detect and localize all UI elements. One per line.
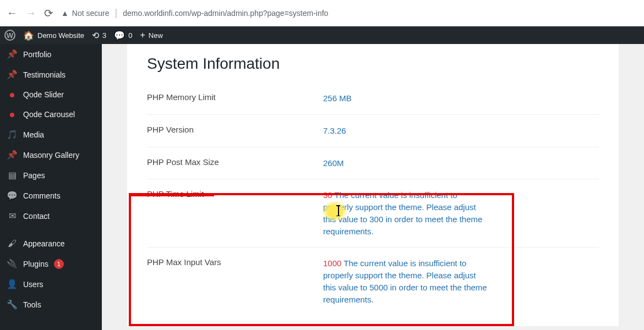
info-value: 7.3.26	[323, 125, 599, 137]
dot-icon	[7, 109, 18, 119]
plus-icon: +	[140, 30, 145, 40]
sidebar-item-label: Testimonials	[23, 70, 66, 79]
new-label: New	[149, 31, 163, 40]
browser-toolbar: ← → ⟳ ▲ Not secure | demo.worldinfi.com/…	[0, 0, 644, 26]
sidebar-item-label: Comments	[23, 191, 61, 200]
comment-icon: 💬	[114, 30, 125, 41]
info-value: 1000 The current value is insufficient t…	[323, 257, 488, 305]
sidebar-item-testimonials[interactable]: 📌Testimonials	[0, 64, 102, 85]
text-cursor-icon	[338, 206, 339, 216]
home-icon: 🏠	[23, 30, 34, 41]
warn-text: The current value is insufficient to pro…	[323, 190, 482, 235]
media-icon: 🎵	[7, 129, 18, 140]
sidebar-item-qode-carousel[interactable]: Qode Carousel	[0, 105, 102, 124]
row-php-memory: PHP Memory Limit 256 MB	[147, 82, 599, 114]
sidebar-item-tools[interactable]: 🔧Tools	[0, 294, 102, 315]
sidebar-item-label: Masonry Gallery	[23, 151, 79, 160]
info-value: 30 The current value is insufficient to …	[323, 189, 488, 237]
info-label: PHP Time Limit	[147, 189, 323, 237]
sidebar-item-qode-slider[interactable]: Qode Slider	[0, 85, 102, 105]
warn-number: 1000	[323, 258, 341, 268]
updates-count: 3	[102, 31, 106, 40]
info-label: PHP Version	[147, 125, 323, 137]
info-label: PHP Max Input Vars	[147, 257, 323, 305]
info-value: 260M	[323, 157, 599, 169]
divider: |	[115, 7, 118, 19]
info-value: 256 MB	[323, 92, 599, 105]
site-link[interactable]: 🏠Demo Website	[23, 30, 84, 41]
plug-icon: 🔌	[7, 258, 18, 269]
row-php-timelimit: PHP Time Limit 30 The current value is i…	[147, 179, 599, 247]
new-link[interactable]: +New	[140, 30, 162, 40]
security-indicator: ▲ Not secure	[61, 9, 110, 18]
system-info-panel: System Information PHP Memory Limit 256 …	[127, 44, 619, 326]
sidebar-item-label: Appearance	[23, 239, 65, 248]
forward-button[interactable]: →	[25, 7, 36, 19]
sidebar-item-label: Media	[23, 130, 44, 139]
comments-count: 0	[128, 31, 132, 40]
sidebar-item-media[interactable]: 🎵Media	[0, 124, 102, 145]
sidebar-item-portfolio[interactable]: 📌Portfolio	[0, 44, 102, 64]
comment-icon: 💬	[7, 190, 18, 201]
user-icon: 👤	[7, 279, 18, 289]
sidebar-item-label: Plugins	[23, 260, 48, 268]
plugins-badge: 1	[54, 259, 64, 269]
page-icon: ▤	[7, 170, 18, 180]
sidebar-item-label: Tools	[23, 300, 41, 309]
site-name: Demo Website	[37, 31, 84, 40]
comments-link[interactable]: 💬0	[114, 30, 132, 41]
sidebar-item-label: Qode Carousel	[23, 110, 75, 119]
admin-sidebar: 📌Portfolio 📌Testimonials Qode Slider Qod…	[0, 44, 102, 330]
sidebar-item-label: Portfolio	[23, 50, 51, 59]
row-php-version: PHP Version 7.3.26	[147, 114, 599, 147]
info-label: PHP Post Max Size	[147, 157, 323, 169]
pin-icon: 📌	[7, 150, 18, 160]
content-area: System Information PHP Memory Limit 256 …	[102, 44, 644, 330]
sidebar-item-label: Pages	[23, 171, 45, 180]
sidebar-item-contact[interactable]: ✉Contact	[0, 206, 102, 226]
pin-icon: 📌	[7, 49, 18, 59]
sidebar-item-pages[interactable]: ▤Pages	[0, 165, 102, 185]
row-php-postmax: PHP Post Max Size 260M	[147, 147, 599, 179]
wp-logo[interactable]: W	[4, 30, 15, 41]
sidebar-item-appearance[interactable]: 🖌Appearance	[0, 234, 102, 254]
back-button[interactable]: ←	[7, 7, 18, 19]
sidebar-item-label: Users	[23, 280, 43, 289]
address-bar[interactable]: ▲ Not secure | demo.worldinfi.com/wp-adm…	[61, 7, 637, 19]
sidebar-item-masonry[interactable]: 📌Masonry Gallery	[0, 145, 102, 165]
reload-button[interactable]: ⟳	[44, 7, 53, 20]
info-label: PHP Memory Limit	[147, 92, 323, 105]
sidebar-item-plugins[interactable]: 🔌Plugins 1	[0, 254, 102, 274]
sidebar-item-label: Contact	[23, 212, 50, 221]
updates-link[interactable]: ⟲3	[92, 30, 106, 41]
sidebar-item-comments[interactable]: 💬Comments	[0, 185, 102, 206]
sidebar-item-users[interactable]: 👤Users	[0, 274, 102, 294]
wordpress-icon: W	[4, 30, 15, 41]
mail-icon: ✉	[7, 211, 18, 221]
warn-number: 30	[323, 190, 332, 200]
dot-icon	[7, 90, 18, 100]
pin-icon: 📌	[7, 69, 18, 80]
brush-icon: 🖌	[7, 239, 18, 249]
wrench-icon: 🔧	[7, 299, 18, 310]
refresh-icon: ⟲	[92, 30, 99, 41]
not-secure-label: Not secure	[72, 9, 110, 18]
warning-icon: ▲	[61, 9, 69, 18]
row-php-maxinputvars: PHP Max Input Vars 1000 The current valu…	[147, 247, 599, 315]
sidebar-item-label: Qode Slider	[23, 90, 64, 99]
url-text: demo.worldinfi.com/wp-admin/admin.php?pa…	[123, 9, 328, 18]
warn-text: The current value is insufficient to pro…	[323, 258, 487, 304]
page-title: System Information	[147, 55, 599, 73]
wp-admin-bar: W 🏠Demo Website ⟲3 💬0 +New	[0, 26, 644, 44]
